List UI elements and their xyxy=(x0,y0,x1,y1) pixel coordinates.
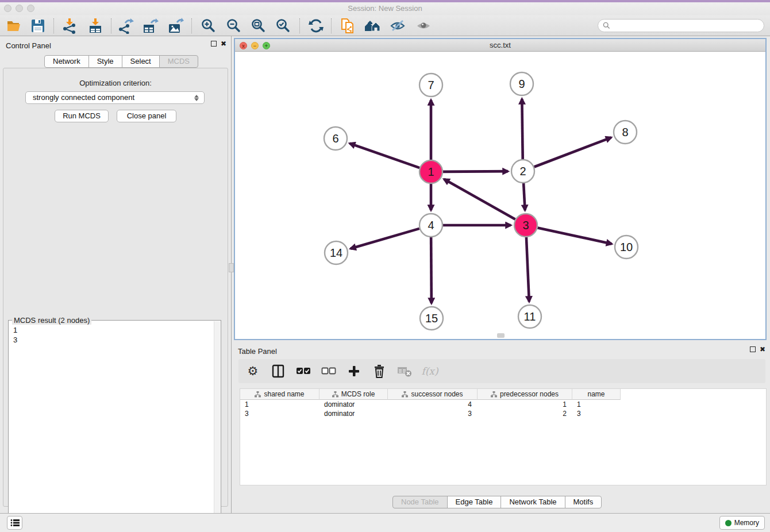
table-tab-edge-table[interactable]: Edge Table xyxy=(447,496,502,508)
result-line: 1 xyxy=(13,325,17,335)
tab-mcds[interactable]: MCDS xyxy=(159,55,198,68)
table-row[interactable]: 3dominator323 xyxy=(240,409,766,418)
node-4[interactable]: 4 xyxy=(419,214,442,237)
node-3[interactable]: 3 xyxy=(514,214,537,237)
search-input[interactable] xyxy=(613,22,764,30)
home-layout-icon[interactable] xyxy=(364,17,381,34)
table-cell[interactable]: 2 xyxy=(478,409,572,418)
open-session-icon[interactable] xyxy=(5,17,22,34)
export-image-icon[interactable] xyxy=(167,17,184,34)
edge-3-10[interactable] xyxy=(538,228,612,244)
node-7[interactable]: 7 xyxy=(419,74,442,97)
memory-button[interactable]: Memory xyxy=(719,516,765,530)
import-table-icon[interactable] xyxy=(87,17,104,34)
table-cell[interactable]: 3 xyxy=(572,409,621,418)
export-table-icon[interactable] xyxy=(142,17,159,34)
column-header-predecessor-nodes[interactable]: predecessor nodes xyxy=(478,389,572,400)
import-network-icon[interactable] xyxy=(61,17,78,34)
column-type-icon xyxy=(332,391,338,398)
table-panel-title: Table Panel xyxy=(238,347,277,356)
column-header-successor-nodes[interactable]: successor nodes xyxy=(388,389,478,400)
save-session-icon[interactable] xyxy=(29,17,47,34)
edge-2-3[interactable] xyxy=(523,183,525,210)
show-all-eye-icon[interactable] xyxy=(415,17,432,34)
control-panel-tabs: NetworkStyleSelectMCDS xyxy=(44,55,198,68)
node-11[interactable]: 11 xyxy=(518,305,541,328)
zoom-selected-icon[interactable] xyxy=(275,17,292,34)
export-network-icon[interactable] xyxy=(117,17,134,34)
zoom-in-icon[interactable] xyxy=(200,17,217,34)
panel-divider-grip[interactable] xyxy=(229,263,234,272)
result-scrollbar[interactable] xyxy=(214,321,220,532)
edge-4-14[interactable] xyxy=(351,229,419,249)
zoom-fit-icon[interactable] xyxy=(250,17,267,34)
node-label: 8 xyxy=(622,126,628,138)
node-6[interactable]: 6 xyxy=(324,127,347,150)
network-canvas[interactable]: 7968124314101511 xyxy=(235,52,765,339)
network-resize-grip[interactable] xyxy=(497,333,505,338)
hide-selected-eye-icon[interactable] xyxy=(389,17,406,34)
close-panel-icon[interactable]: ✖ xyxy=(221,41,226,47)
delete-row-trash-icon[interactable] xyxy=(372,364,387,379)
node-label: 11 xyxy=(524,310,536,323)
edge-2-9[interactable] xyxy=(522,99,522,159)
edge-1-6[interactable] xyxy=(350,144,420,168)
node-15[interactable]: 15 xyxy=(420,307,443,330)
node-9[interactable]: 9 xyxy=(510,72,533,95)
node-label: 15 xyxy=(425,312,438,325)
main-toolbar xyxy=(0,15,770,36)
apply-function-icon[interactable]: f(x) xyxy=(422,364,437,379)
delete-table-icon[interactable] xyxy=(397,364,412,379)
tab-select[interactable]: Select xyxy=(122,55,160,68)
close-panel-button[interactable]: Close panel xyxy=(117,110,176,122)
column-header-mcds-role[interactable]: MCDS role xyxy=(319,389,388,400)
optimization-criterion-label: Optimization criterion: xyxy=(3,79,228,87)
criterion-dropdown[interactable]: strongly connected component xyxy=(25,91,205,104)
node-14[interactable]: 14 xyxy=(325,241,348,264)
tab-style[interactable]: Style xyxy=(88,55,122,68)
node-8[interactable]: 8 xyxy=(614,121,637,144)
table-tab-network-table[interactable]: Network Table xyxy=(500,496,565,508)
search-field[interactable] xyxy=(598,19,764,32)
zoom-out-icon[interactable] xyxy=(225,17,242,34)
edge-3-1[interactable] xyxy=(444,179,515,219)
table-cell[interactable]: 1 xyxy=(572,400,621,409)
table-tab-node-table[interactable]: Node Table xyxy=(392,496,448,508)
column-header-name[interactable]: name xyxy=(572,389,621,400)
node-10[interactable]: 10 xyxy=(615,236,638,259)
column-header-label: predecessor nodes xyxy=(500,390,559,398)
refresh-layout-icon[interactable] xyxy=(307,17,325,34)
edge-2-8[interactable] xyxy=(534,137,611,167)
clone-network-icon[interactable] xyxy=(339,17,356,34)
table-cell[interactable]: 1 xyxy=(240,400,319,409)
add-row-icon[interactable] xyxy=(346,364,361,379)
float-panel-icon[interactable] xyxy=(211,41,217,47)
node-2[interactable]: 2 xyxy=(511,160,534,183)
edge-3-11[interactable] xyxy=(526,237,529,302)
node-label: 6 xyxy=(332,132,338,145)
network-window-titlebar[interactable]: x − + scc.txt xyxy=(235,39,765,52)
tab-network[interactable]: Network xyxy=(44,55,89,68)
task-history-button[interactable] xyxy=(7,516,22,530)
column-layout-icon[interactable] xyxy=(271,364,286,379)
table-cell[interactable]: dominator xyxy=(319,400,388,409)
edge-4-15[interactable] xyxy=(431,237,432,303)
float-table-panel-icon[interactable] xyxy=(750,346,756,352)
table-tabs: Node TableEdge TableNetwork TableMotifs xyxy=(392,496,602,508)
node-1[interactable]: 1 xyxy=(419,160,442,183)
close-table-panel-icon[interactable]: ✖ xyxy=(760,346,765,352)
table-cell[interactable]: 1 xyxy=(478,400,572,409)
table-cell[interactable]: 3 xyxy=(240,409,319,418)
select-all-icon[interactable] xyxy=(296,364,311,379)
deselect-all-icon[interactable] xyxy=(321,364,336,379)
column-header-shared-name[interactable]: shared name xyxy=(240,389,319,400)
table-row[interactable]: 1dominator411 xyxy=(240,400,766,409)
run-mcds-button[interactable]: Run MCDS xyxy=(55,110,109,122)
table-settings-icon[interactable]: ⚙ xyxy=(245,364,260,379)
edge-1-2[interactable] xyxy=(443,171,508,172)
network-window-title: scc.txt xyxy=(235,41,765,49)
table-tab-motifs[interactable]: Motifs xyxy=(565,496,602,508)
table-cell[interactable]: dominator xyxy=(319,409,388,418)
table-cell[interactable]: 4 xyxy=(388,400,478,409)
table-cell[interactable]: 3 xyxy=(388,409,478,418)
